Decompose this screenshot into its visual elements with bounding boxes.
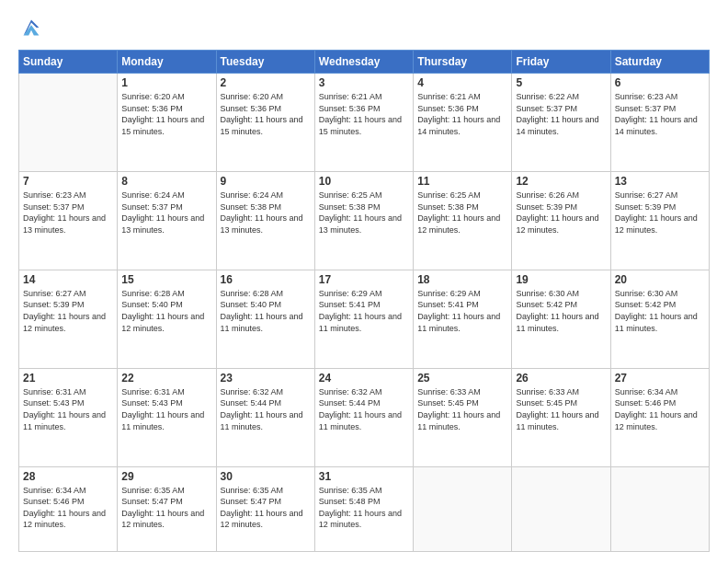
day-info: Sunrise: 6:21 AMSunset: 5:36 PMDaylight:… bbox=[417, 91, 507, 137]
day-number: 23 bbox=[221, 372, 311, 385]
calendar-body: 1Sunrise: 6:20 AMSunset: 5:36 PMDaylight… bbox=[19, 74, 710, 552]
day-info: Sunrise: 6:34 AMSunset: 5:46 PMDaylight:… bbox=[615, 386, 705, 432]
day-info: Sunrise: 6:29 AMSunset: 5:41 PMDaylight:… bbox=[319, 288, 409, 334]
calendar-cell: 10Sunrise: 6:25 AMSunset: 5:38 PMDayligh… bbox=[314, 171, 413, 270]
weekday-friday: Friday bbox=[512, 51, 610, 74]
weekday-tuesday: Tuesday bbox=[216, 51, 314, 74]
calendar-cell: 31Sunrise: 6:35 AMSunset: 5:48 PMDayligh… bbox=[314, 466, 413, 551]
day-info: Sunrise: 6:30 AMSunset: 5:42 PMDaylight:… bbox=[516, 288, 606, 334]
day-info: Sunrise: 6:35 AMSunset: 5:47 PMDaylight:… bbox=[221, 485, 311, 531]
day-number: 2 bbox=[221, 76, 311, 89]
day-number: 26 bbox=[516, 372, 606, 385]
day-info: Sunrise: 6:27 AMSunset: 5:39 PMDaylight:… bbox=[615, 190, 705, 236]
calendar: SundayMondayTuesdayWednesdayThursdayFrid… bbox=[18, 50, 710, 552]
weekday-saturday: Saturday bbox=[610, 51, 709, 74]
calendar-cell: 26Sunrise: 6:33 AMSunset: 5:45 PMDayligh… bbox=[512, 368, 610, 466]
day-info: Sunrise: 6:32 AMSunset: 5:44 PMDaylight:… bbox=[319, 386, 409, 432]
day-number: 11 bbox=[417, 175, 507, 188]
day-info: Sunrise: 6:21 AMSunset: 5:36 PMDaylight:… bbox=[319, 91, 409, 137]
calendar-cell: 16Sunrise: 6:28 AMSunset: 5:40 PMDayligh… bbox=[216, 270, 314, 368]
day-number: 24 bbox=[319, 372, 409, 385]
weekday-thursday: Thursday bbox=[414, 51, 512, 74]
calendar-cell: 14Sunrise: 6:27 AMSunset: 5:39 PMDayligh… bbox=[19, 270, 118, 368]
day-number: 18 bbox=[417, 273, 507, 286]
day-info: Sunrise: 6:24 AMSunset: 5:38 PMDaylight:… bbox=[221, 190, 311, 236]
day-number: 3 bbox=[319, 76, 409, 89]
calendar-cell bbox=[610, 466, 709, 551]
calendar-cell: 21Sunrise: 6:31 AMSunset: 5:43 PMDayligh… bbox=[19, 368, 118, 466]
calendar-cell: 1Sunrise: 6:20 AMSunset: 5:36 PMDaylight… bbox=[118, 74, 216, 172]
day-number: 5 bbox=[516, 76, 606, 89]
day-number: 7 bbox=[23, 175, 113, 188]
calendar-cell: 4Sunrise: 6:21 AMSunset: 5:36 PMDaylight… bbox=[414, 74, 512, 172]
calendar-cell: 6Sunrise: 6:23 AMSunset: 5:37 PMDaylight… bbox=[610, 74, 709, 172]
day-info: Sunrise: 6:31 AMSunset: 5:43 PMDaylight:… bbox=[23, 386, 113, 432]
day-info: Sunrise: 6:28 AMSunset: 5:40 PMDaylight:… bbox=[221, 288, 311, 334]
day-number: 8 bbox=[121, 175, 211, 188]
calendar-cell: 8Sunrise: 6:24 AMSunset: 5:37 PMDaylight… bbox=[118, 171, 216, 270]
day-number: 29 bbox=[121, 470, 211, 483]
calendar-cell: 19Sunrise: 6:30 AMSunset: 5:42 PMDayligh… bbox=[512, 270, 610, 368]
day-number: 1 bbox=[121, 76, 211, 89]
day-number: 27 bbox=[615, 372, 705, 385]
day-info: Sunrise: 6:22 AMSunset: 5:37 PMDaylight:… bbox=[516, 91, 606, 137]
calendar-cell: 20Sunrise: 6:30 AMSunset: 5:42 PMDayligh… bbox=[610, 270, 709, 368]
day-number: 21 bbox=[23, 372, 113, 385]
calendar-cell: 9Sunrise: 6:24 AMSunset: 5:38 PMDaylight… bbox=[216, 171, 314, 270]
day-number: 6 bbox=[615, 76, 705, 89]
page: SundayMondayTuesdayWednesdayThursdayFrid… bbox=[0, 0, 728, 563]
day-info: Sunrise: 6:34 AMSunset: 5:46 PMDaylight:… bbox=[23, 485, 113, 531]
calendar-cell: 5Sunrise: 6:22 AMSunset: 5:37 PMDaylight… bbox=[512, 74, 610, 172]
logo bbox=[18, 15, 46, 40]
calendar-cell: 17Sunrise: 6:29 AMSunset: 5:41 PMDayligh… bbox=[314, 270, 413, 368]
calendar-cell: 2Sunrise: 6:20 AMSunset: 5:36 PMDaylight… bbox=[216, 74, 314, 172]
calendar-cell: 30Sunrise: 6:35 AMSunset: 5:47 PMDayligh… bbox=[216, 466, 314, 551]
day-number: 31 bbox=[319, 470, 409, 483]
day-info: Sunrise: 6:25 AMSunset: 5:38 PMDaylight:… bbox=[319, 190, 409, 236]
calendar-cell: 22Sunrise: 6:31 AMSunset: 5:43 PMDayligh… bbox=[118, 368, 216, 466]
day-info: Sunrise: 6:35 AMSunset: 5:47 PMDaylight:… bbox=[121, 485, 211, 531]
day-info: Sunrise: 6:25 AMSunset: 5:38 PMDaylight:… bbox=[417, 190, 507, 236]
calendar-cell: 11Sunrise: 6:25 AMSunset: 5:38 PMDayligh… bbox=[414, 171, 512, 270]
logo-icon bbox=[18, 15, 44, 40]
day-info: Sunrise: 6:33 AMSunset: 5:45 PMDaylight:… bbox=[417, 386, 507, 432]
day-number: 4 bbox=[417, 76, 507, 89]
day-info: Sunrise: 6:24 AMSunset: 5:37 PMDaylight:… bbox=[121, 190, 211, 236]
calendar-cell: 24Sunrise: 6:32 AMSunset: 5:44 PMDayligh… bbox=[314, 368, 413, 466]
day-number: 28 bbox=[23, 470, 113, 483]
day-info: Sunrise: 6:29 AMSunset: 5:41 PMDaylight:… bbox=[417, 288, 507, 334]
day-info: Sunrise: 6:33 AMSunset: 5:45 PMDaylight:… bbox=[516, 386, 606, 432]
day-number: 19 bbox=[516, 273, 606, 286]
day-number: 13 bbox=[615, 175, 705, 188]
calendar-cell bbox=[512, 466, 610, 551]
day-number: 10 bbox=[319, 175, 409, 188]
day-info: Sunrise: 6:20 AMSunset: 5:36 PMDaylight:… bbox=[121, 91, 211, 137]
day-number: 17 bbox=[319, 273, 409, 286]
day-info: Sunrise: 6:20 AMSunset: 5:36 PMDaylight:… bbox=[221, 91, 311, 137]
day-number: 20 bbox=[615, 273, 705, 286]
day-number: 30 bbox=[221, 470, 311, 483]
calendar-cell: 12Sunrise: 6:26 AMSunset: 5:39 PMDayligh… bbox=[512, 171, 610, 270]
calendar-cell: 23Sunrise: 6:32 AMSunset: 5:44 PMDayligh… bbox=[216, 368, 314, 466]
weekday-header: SundayMondayTuesdayWednesdayThursdayFrid… bbox=[19, 51, 710, 74]
weekday-wednesday: Wednesday bbox=[314, 51, 413, 74]
day-number: 22 bbox=[121, 372, 211, 385]
day-info: Sunrise: 6:27 AMSunset: 5:39 PMDaylight:… bbox=[23, 288, 113, 334]
calendar-cell: 27Sunrise: 6:34 AMSunset: 5:46 PMDayligh… bbox=[610, 368, 709, 466]
calendar-cell: 25Sunrise: 6:33 AMSunset: 5:45 PMDayligh… bbox=[414, 368, 512, 466]
day-info: Sunrise: 6:31 AMSunset: 5:43 PMDaylight:… bbox=[121, 386, 211, 432]
day-info: Sunrise: 6:30 AMSunset: 5:42 PMDaylight:… bbox=[615, 288, 705, 334]
day-number: 16 bbox=[221, 273, 311, 286]
calendar-cell: 18Sunrise: 6:29 AMSunset: 5:41 PMDayligh… bbox=[414, 270, 512, 368]
weekday-monday: Monday bbox=[118, 51, 216, 74]
day-info: Sunrise: 6:26 AMSunset: 5:39 PMDaylight:… bbox=[516, 190, 606, 236]
calendar-cell: 28Sunrise: 6:34 AMSunset: 5:46 PMDayligh… bbox=[19, 466, 118, 551]
day-number: 9 bbox=[221, 175, 311, 188]
calendar-cell: 3Sunrise: 6:21 AMSunset: 5:36 PMDaylight… bbox=[314, 74, 413, 172]
day-number: 12 bbox=[516, 175, 606, 188]
header bbox=[18, 15, 710, 40]
calendar-cell bbox=[19, 74, 118, 172]
calendar-cell bbox=[414, 466, 512, 551]
calendar-cell: 7Sunrise: 6:23 AMSunset: 5:37 PMDaylight… bbox=[19, 171, 118, 270]
day-info: Sunrise: 6:23 AMSunset: 5:37 PMDaylight:… bbox=[23, 190, 113, 236]
